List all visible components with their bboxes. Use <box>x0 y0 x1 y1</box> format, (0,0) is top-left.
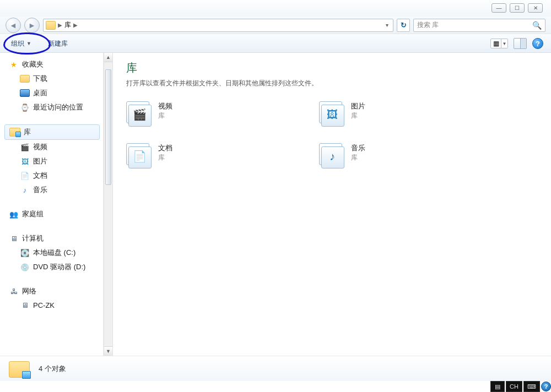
content-pane: 库 打开库以查看文件并根据文件夹、日期和其他属性排列这些文件。 🎬 视频 库 🖼 <box>113 53 551 356</box>
breadcrumb-root[interactable]: 库 <box>64 20 71 30</box>
libraries-crumb-icon <box>46 21 56 30</box>
sidebar-item-recent[interactable]: ⌚ 最近访问的位置 <box>2 100 103 115</box>
sidebar-scrollbar[interactable]: ▲ ▼ <box>104 53 113 356</box>
sidebar-item-documents[interactable]: 📄 文档 <box>2 168 103 183</box>
ime-help-button[interactable]: ? <box>541 382 551 391</box>
address-dropdown[interactable]: ▾ <box>383 22 391 28</box>
ime-pad-icon[interactable]: ▤ <box>490 381 505 392</box>
scroll-thumb[interactable] <box>105 69 111 185</box>
recent-icon: ⌚ <box>20 103 30 112</box>
status-bar: 4 个对象 <box>0 356 551 381</box>
sidebar-item-music[interactable]: ♪ 音乐 <box>2 183 103 197</box>
search-input[interactable]: 搜索 库 🔍 <box>413 19 545 32</box>
back-button[interactable]: ◄ <box>6 18 21 33</box>
library-item-pictures[interactable]: 🖼 图片 库 <box>319 101 479 128</box>
chevron-down-icon[interactable]: ▼ <box>501 39 508 48</box>
sidebar-item-dvd-drive-d[interactable]: 💿 DVD 驱动器 (D:) <box>2 260 103 274</box>
sidebar-item-local-disk-c[interactable]: 💽 本地磁盘 (C:) <box>2 246 103 260</box>
keyboard-icon[interactable]: ⌨ <box>523 381 540 392</box>
computer-icon: 🖥 <box>9 234 19 243</box>
chevron-right-icon: ▶ <box>58 22 62 28</box>
homegroup-icon: 👥 <box>9 210 19 219</box>
folder-icon <box>20 75 30 83</box>
address-bar[interactable]: ▶ 库 ▶ ▾ <box>43 19 393 32</box>
disk-icon: 💽 <box>20 248 30 257</box>
sidebar-favorites[interactable]: ★ 收藏夹 <box>2 57 103 72</box>
minimize-button[interactable]: — <box>491 3 506 13</box>
language-bar[interactable]: ▤ CH ⌨ ? <box>490 381 551 392</box>
computer-icon: 🖥 <box>20 301 30 309</box>
toolbar: 组织▼ 新建库 ▦ ▼ ? <box>0 34 551 53</box>
status-text: 4 个对象 <box>39 364 66 374</box>
video-icon: 🎬 <box>20 143 30 151</box>
sidebar-network[interactable]: 🖧 网络 <box>2 284 103 298</box>
document-library-icon: 📄 <box>126 143 153 170</box>
sidebar-homegroup[interactable]: 👥 家庭组 <box>2 207 103 221</box>
navigation-bar: ◄ ► ▶ 库 ▶ ▾ ↻ 搜索 库 🔍 <box>0 17 551 34</box>
network-icon: 🖧 <box>9 287 19 296</box>
ime-indicator[interactable]: CH <box>506 381 522 392</box>
titlebar: — ☐ ✕ <box>0 0 551 17</box>
page-subtitle: 打开库以查看文件并根据文件夹、日期和其他属性排列这些文件。 <box>126 79 538 88</box>
picture-icon: 🖼 <box>20 157 30 166</box>
music-library-icon: ♪ <box>319 143 345 170</box>
view-mode-button[interactable]: ▦ ▼ <box>490 39 508 48</box>
sidebar-computer[interactable]: 🖥 计算机 <box>2 231 103 246</box>
star-icon: ★ <box>9 60 19 69</box>
close-button[interactable]: ✕ <box>528 3 543 13</box>
dvd-icon: 💿 <box>20 263 30 271</box>
maximize-button[interactable]: ☐ <box>510 3 525 13</box>
library-item-documents[interactable]: 📄 文档 库 <box>126 143 286 170</box>
chevron-down-icon: ▼ <box>26 41 31 46</box>
libraries-icon <box>9 128 20 137</box>
document-icon: 📄 <box>20 171 30 180</box>
libraries-icon <box>8 359 31 379</box>
library-item-videos[interactable]: 🎬 视频 库 <box>126 101 286 128</box>
help-button[interactable]: ? <box>532 38 543 49</box>
chevron-right-icon[interactable]: ▶ <box>73 22 78 28</box>
video-library-icon: 🎬 <box>126 101 153 128</box>
library-item-music[interactable]: ♪ 音乐 库 <box>319 143 479 170</box>
scroll-up-icon[interactable]: ▲ <box>104 53 112 62</box>
sidebar-item-network-pc[interactable]: 🖥 PC-ZK <box>2 298 103 312</box>
picture-library-icon: 🖼 <box>319 101 345 128</box>
music-icon: ♪ <box>20 186 30 194</box>
sidebar-libraries[interactable]: 库 <box>4 124 100 140</box>
desktop-icon <box>20 89 30 97</box>
preview-pane-button[interactable] <box>514 38 527 49</box>
sidebar-item-downloads[interactable]: 下载 <box>2 72 103 86</box>
organize-button[interactable]: 组织▼ <box>8 37 35 50</box>
forward-button[interactable]: ► <box>24 18 40 33</box>
new-library-button[interactable]: 新建库 <box>45 37 71 50</box>
search-icon: 🔍 <box>532 21 542 30</box>
navigation-pane: ★ 收藏夹 下载 桌面 ⌚ 最近访问的位置 库 🎬 视 <box>0 53 104 356</box>
refresh-button[interactable]: ↻ <box>397 19 410 32</box>
search-placeholder: 搜索 库 <box>417 20 439 30</box>
sidebar-item-pictures[interactable]: 🖼 图片 <box>2 154 103 168</box>
scroll-down-icon[interactable]: ▼ <box>104 346 112 356</box>
view-icon: ▦ <box>490 39 501 48</box>
page-title: 库 <box>126 61 538 75</box>
sidebar-item-videos[interactable]: 🎬 视频 <box>2 140 103 154</box>
sidebar-item-desktop[interactable]: 桌面 <box>2 86 103 100</box>
